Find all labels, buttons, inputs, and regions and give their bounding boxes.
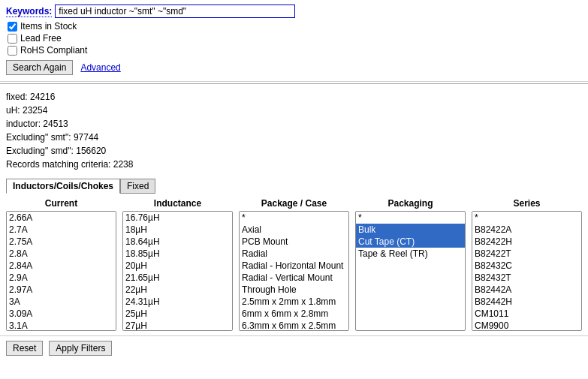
inductance-header: Inductance xyxy=(122,198,233,209)
filter-columns: Current 2.66A2.7A2.75A2.8A2.84A2.9A2.97A… xyxy=(0,194,588,335)
rohs-label[interactable]: RoHS Compliant xyxy=(8,45,582,56)
package-header: Package / Case xyxy=(239,198,349,209)
stat-excl-smt: Excluding" smt": 97744 xyxy=(6,131,582,144)
rohs-text: RoHS Compliant xyxy=(20,45,87,56)
lead-free-label[interactable]: Lead Free xyxy=(8,33,582,44)
series-header: Series xyxy=(472,198,582,209)
stat-fixed: fixed: 24216 xyxy=(6,90,582,104)
current-listbox[interactable]: 2.66A2.7A2.75A2.8A2.84A2.9A2.97A3A3.09A3… xyxy=(6,211,116,331)
series-listbox[interactable]: *B82422AB82422HB82422TB82432CB82432TB824… xyxy=(472,211,582,331)
items-in-stock-checkbox[interactable] xyxy=(8,22,17,32)
items-in-stock-label[interactable]: Items in Stock xyxy=(8,21,582,32)
stat-excl-smd: Excluding" smd": 156620 xyxy=(6,144,582,158)
stats-section: fixed: 24216 uH: 23254 inductor: 24513 E… xyxy=(0,87,588,174)
tab-fixed[interactable]: Fixed xyxy=(120,179,155,194)
keywords-input[interactable] xyxy=(55,5,295,18)
apply-filters-button[interactable]: Apply Filters xyxy=(49,341,112,356)
filter-col-packaging: Packaging *BulkCut Tape (CT)Tape & Reel … xyxy=(355,198,466,331)
reset-button[interactable]: Reset xyxy=(6,341,43,356)
search-again-button[interactable]: Search Again xyxy=(6,60,73,75)
filter-col-package: Package / Case *AxialPCB MountRadialRadi… xyxy=(239,198,349,331)
packaging-header: Packaging xyxy=(355,198,466,209)
rohs-checkbox[interactable] xyxy=(8,46,17,56)
lead-free-text: Lead Free xyxy=(20,33,62,44)
package-listbox[interactable]: *AxialPCB MountRadialRadial - Horizontal… xyxy=(239,211,349,331)
bottom-bar: Reset Apply Filters xyxy=(0,335,588,360)
stat-records: Records matching criteria: 2238 xyxy=(6,158,582,171)
keywords-label: Keywords: xyxy=(6,6,52,17)
tab-inductors-coils-chokes[interactable]: Inductors/Coils/Chokes xyxy=(6,179,120,194)
stat-inductor: inductor: 24513 xyxy=(6,117,582,131)
advanced-link[interactable]: Advanced xyxy=(80,62,120,73)
filter-col-inductance: Inductance 16.76µH18µH18.64µH18.85µH20µH… xyxy=(122,198,233,331)
filter-col-current: Current 2.66A2.7A2.75A2.8A2.84A2.9A2.97A… xyxy=(6,198,116,331)
packaging-listbox[interactable]: *BulkCut Tape (CT)Tape & Reel (TR) xyxy=(355,211,466,331)
filter-col-series: Series *B82422AB82422HB82422TB82432CB824… xyxy=(472,198,582,331)
inductance-listbox[interactable]: 16.76µH18µH18.64µH18.85µH20µH21.65µH22µH… xyxy=(122,211,233,331)
current-header: Current xyxy=(6,198,116,209)
items-in-stock-text: Items in Stock xyxy=(20,21,77,32)
stat-uh: uH: 23254 xyxy=(6,104,582,117)
lead-free-checkbox[interactable] xyxy=(8,34,17,44)
